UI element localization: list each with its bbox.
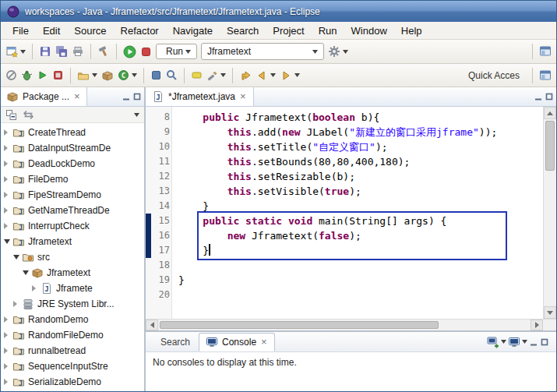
chevron-down-icon[interactable] (20, 50, 26, 54)
quick-access[interactable]: Quick Acces (462, 69, 526, 83)
annotations-icon[interactable] (206, 69, 218, 81)
chevron-down-icon[interactable] (220, 73, 226, 77)
menu-window[interactable]: Window (344, 23, 394, 39)
code-line-18[interactable]: 18 (146, 258, 543, 273)
line-number[interactable]: 17 (151, 243, 172, 258)
expand-arrow-icon[interactable] (4, 363, 12, 369)
code-line-11[interactable]: 11 this.setBounds(80,80,400,180); (146, 154, 543, 169)
run-config-gear-icon[interactable] (328, 45, 340, 58)
tree-item-randomdemo[interactable]: JRandomDemo (1, 312, 144, 327)
line-number[interactable]: 11 (151, 154, 172, 169)
menu-project[interactable]: Project (266, 23, 311, 39)
print-icon[interactable] (72, 45, 84, 58)
collapse-all-icon[interactable] (5, 109, 17, 121)
tree-item-jframetext[interactable]: Jframetext (1, 265, 144, 281)
collapse-arrow-icon[interactable] (4, 239, 12, 244)
tree-item-jframete[interactable]: JJframete (1, 281, 144, 296)
tree-item-sequenceinputstre[interactable]: JSequenceInputStre (1, 358, 144, 374)
forward-icon[interactable] (280, 69, 292, 82)
new-java-project-icon[interactable] (77, 69, 90, 82)
tree-item-serializabledemo[interactable]: JSerializableDemo (1, 374, 144, 390)
code-line-12[interactable]: 12 this.setResizable(b); (146, 169, 543, 184)
code-line-8[interactable]: 8 public Jframetext(boolean b){ (146, 110, 543, 125)
chevron-down-icon[interactable] (270, 73, 276, 77)
code-line-17[interactable]: 17 } (146, 243, 543, 258)
coverage-icon[interactable] (52, 69, 64, 81)
close-icon[interactable] (73, 93, 81, 101)
chevron-down-icon[interactable] (294, 73, 300, 77)
tree-item-randomfiledemo[interactable]: JRandomFileDemo (1, 327, 144, 343)
run-icon[interactable] (123, 45, 136, 58)
maximize-icon[interactable] (132, 92, 142, 101)
code-line-14[interactable]: 14 } (146, 199, 543, 214)
line-number[interactable]: 10 (151, 139, 172, 154)
back-icon[interactable] (256, 69, 268, 82)
chevron-down-icon[interactable] (343, 50, 348, 54)
new-class-icon[interactable]: C (118, 69, 129, 81)
save-icon[interactable] (39, 45, 51, 58)
display-selected-console-icon[interactable] (508, 336, 520, 348)
chevron-down-icon[interactable] (522, 340, 527, 344)
expand-arrow-icon[interactable] (4, 379, 12, 385)
scroll-right-icon[interactable] (531, 320, 543, 330)
tree-item-jframetext[interactable]: JJframetext (1, 234, 144, 249)
build-hammer-icon[interactable] (97, 45, 110, 58)
scroll-up-icon[interactable] (544, 107, 556, 119)
line-number[interactable]: 20 (151, 288, 172, 302)
horizontal-scrollbar[interactable] (146, 319, 556, 330)
minimize-icon[interactable] (529, 337, 538, 347)
expand-arrow-icon[interactable] (4, 207, 12, 214)
save-all-icon[interactable] (55, 45, 68, 58)
code-line-16[interactable]: 16 new Jframetext(false); (146, 228, 543, 243)
last-edit-location-icon[interactable] (239, 69, 252, 82)
expand-arrow-icon[interactable] (13, 301, 22, 307)
title-bar[interactable]: workspaces - Java - Jframetext/src/Jfram… (1, 1, 556, 22)
vertical-scrollbar[interactable] (543, 107, 556, 319)
expand-arrow-icon[interactable] (32, 285, 41, 291)
link-with-editor-icon[interactable] (23, 109, 34, 121)
code-line-13[interactable]: 13 this.setVisible(true); (146, 184, 543, 199)
close-icon[interactable] (260, 338, 268, 346)
menu-refactor[interactable]: Refactor (114, 23, 166, 39)
line-number[interactable]: 9 (151, 125, 172, 139)
open-type-icon[interactable] (150, 69, 162, 81)
code-line-19[interactable]: 19} (146, 273, 543, 288)
line-number[interactable]: 8 (151, 110, 172, 125)
run-launch-button[interactable]: Run (156, 44, 197, 59)
chevron-down-icon[interactable] (312, 50, 318, 54)
horizontal-scroll-thumb[interactable] (160, 321, 439, 329)
scroll-left-icon[interactable] (146, 320, 158, 330)
java-perspective-icon[interactable] (539, 45, 552, 58)
chevron-down-icon[interactable] (132, 73, 137, 77)
new-wizard-icon[interactable] (5, 45, 18, 58)
tab-search[interactable]: Search (150, 334, 196, 350)
chevron-down-icon[interactable] (501, 340, 506, 344)
menu-help[interactable]: Help (394, 23, 429, 39)
line-number[interactable]: 15 (151, 214, 172, 228)
expand-arrow-icon[interactable] (4, 348, 12, 354)
scroll-down-icon[interactable] (544, 306, 556, 319)
line-number[interactable]: 14 (151, 199, 172, 214)
expand-arrow-icon[interactable] (4, 332, 12, 338)
view-menu-icon[interactable] (134, 113, 139, 117)
code-line-10[interactable]: 10 this.setTitle("自定义窗口"); (146, 139, 543, 154)
tab-console[interactable]: Console (199, 333, 275, 351)
editor-tab[interactable]: J *Jframetext.java (146, 87, 254, 106)
tree-item-jre-system-libr[interactable]: JRE System Libr... (1, 296, 144, 312)
open-console-icon[interactable] (487, 336, 499, 348)
expand-arrow-icon[interactable] (4, 129, 12, 136)
menu-search[interactable]: Search (220, 23, 266, 39)
code-area[interactable]: 8 public Jframetext(boolean b){9 this.ad… (146, 107, 543, 319)
line-number[interactable]: 19 (151, 273, 172, 288)
menu-navigate[interactable]: Navigate (166, 23, 220, 39)
line-number[interactable]: 16 (151, 228, 172, 243)
line-number[interactable]: 18 (151, 258, 172, 273)
skip-breakpoints-icon[interactable] (5, 69, 17, 81)
tree-item-deadlockdemo[interactable]: JDeadLockDemo (1, 156, 144, 171)
search-icon[interactable] (166, 69, 178, 81)
launch-config-combo[interactable]: Jframetext (201, 43, 324, 60)
java-perspective-icon[interactable] (539, 69, 552, 82)
new-package-icon[interactable] (101, 69, 114, 82)
vertical-scroll-thumb[interactable] (545, 121, 555, 171)
minimize-icon[interactable] (534, 92, 543, 101)
